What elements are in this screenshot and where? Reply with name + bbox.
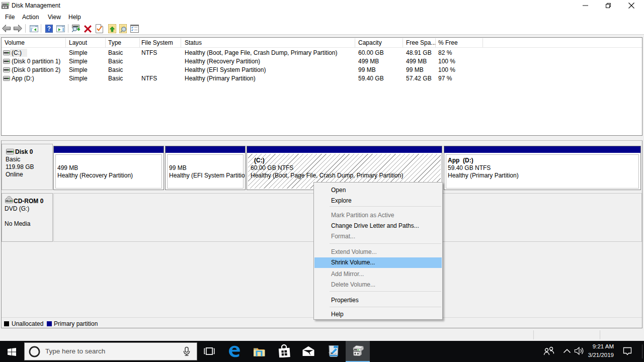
svg-text:?: ? (47, 25, 51, 32)
